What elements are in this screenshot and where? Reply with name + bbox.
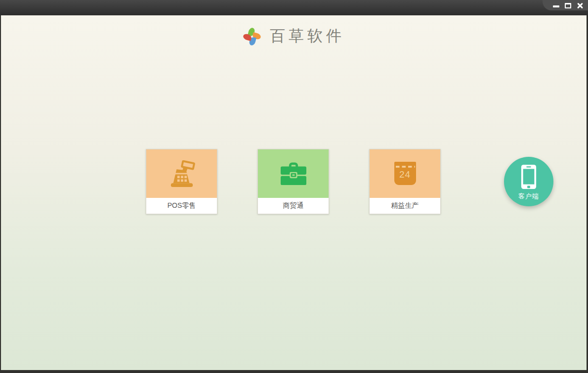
cash-register-icon (168, 160, 196, 187)
product-card-pos[interactable]: POS零售 (146, 149, 217, 214)
briefcase-icon (278, 161, 309, 186)
pinwheel-logo-icon (243, 27, 261, 46)
product-card-label: POS零售 (146, 198, 217, 214)
maximize-button[interactable] (564, 2, 572, 9)
app-window: 百草软件 (0, 0, 588, 373)
product-tile: 24 (370, 149, 440, 198)
minimize-button[interactable] (552, 2, 560, 9)
main-content: 百草软件 (1, 15, 587, 370)
product-tile (146, 149, 217, 198)
product-tile (258, 149, 329, 198)
client-button-label: 客户端 (504, 192, 553, 201)
close-icon (577, 2, 584, 9)
window-titlebar[interactable] (0, 0, 588, 15)
client-button[interactable]: 客户端 (504, 157, 553, 206)
smartphone-icon (520, 164, 537, 189)
product-card-label: 精益生产 (370, 198, 440, 214)
product-card-label: 商贸通 (258, 198, 329, 214)
minimize-icon (553, 5, 559, 7)
maximize-icon (565, 3, 571, 8)
close-button[interactable] (576, 2, 584, 9)
brand-header: 百草软件 (1, 15, 587, 46)
window-controls (543, 0, 588, 10)
calendar-day: 24 (394, 169, 417, 180)
product-card-lean[interactable]: 24 精益生产 (369, 149, 441, 214)
app-title: 百草软件 (270, 28, 345, 46)
product-card-trade[interactable]: 商贸通 (257, 149, 329, 214)
